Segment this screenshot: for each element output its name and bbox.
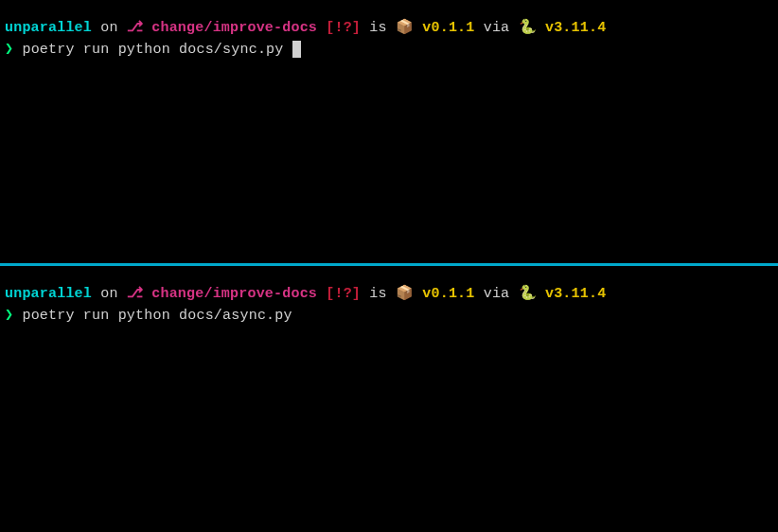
command-line[interactable]: ❯ poetry run python docs/sync.py bbox=[5, 40, 773, 62]
package-icon: 📦 bbox=[396, 286, 414, 302]
branch-icon: ⎇ bbox=[127, 286, 143, 302]
on-label: on bbox=[92, 20, 127, 36]
git-branch: change/improve-docs bbox=[151, 286, 317, 302]
python-version: v3.11.4 bbox=[545, 286, 606, 302]
spacer bbox=[537, 286, 545, 302]
python-icon: 🐍 bbox=[519, 20, 537, 36]
via-label: via bbox=[475, 286, 519, 302]
terminal-pane-bottom[interactable]: unparallel on ⎇ change/improve-docs [!?]… bbox=[0, 266, 778, 532]
directory-name: unparallel bbox=[5, 286, 92, 302]
prompt-line: unparallel on ⎇ change/improve-docs [!?]… bbox=[5, 18, 773, 40]
package-version: v0.1.1 bbox=[422, 20, 474, 36]
cursor-icon bbox=[292, 41, 301, 58]
prompt-arrow-icon: ❯ bbox=[5, 308, 13, 324]
spacer bbox=[537, 20, 545, 36]
spacer bbox=[283, 42, 292, 58]
git-branch: change/improve-docs bbox=[151, 20, 317, 36]
via-label: via bbox=[475, 20, 519, 36]
package-version: v0.1.1 bbox=[422, 286, 474, 302]
spacer bbox=[317, 20, 326, 36]
command-text: poetry run python docs/sync.py bbox=[22, 42, 283, 58]
spacer bbox=[143, 20, 151, 36]
package-icon: 📦 bbox=[396, 20, 414, 36]
spacer bbox=[414, 20, 422, 36]
terminal-pane-top[interactable]: unparallel on ⎇ change/improve-docs [!?]… bbox=[0, 0, 778, 263]
directory-name: unparallel bbox=[5, 20, 92, 36]
spacer bbox=[414, 286, 422, 302]
prompt-line: unparallel on ⎇ change/improve-docs [!?]… bbox=[5, 284, 773, 306]
spacer bbox=[317, 286, 326, 302]
git-status: [!?] bbox=[326, 286, 361, 302]
prompt-arrow-icon: ❯ bbox=[5, 42, 13, 58]
spacer bbox=[143, 286, 151, 302]
on-label: on bbox=[92, 286, 127, 302]
is-label: is bbox=[361, 20, 396, 36]
python-version: v3.11.4 bbox=[545, 20, 606, 36]
python-icon: 🐍 bbox=[519, 286, 537, 302]
git-status: [!?] bbox=[326, 20, 361, 36]
command-text: poetry run python docs/async.py bbox=[22, 308, 292, 324]
is-label: is bbox=[361, 286, 396, 302]
branch-icon: ⎇ bbox=[127, 20, 143, 36]
command-line[interactable]: ❯ poetry run python docs/async.py bbox=[5, 306, 773, 328]
